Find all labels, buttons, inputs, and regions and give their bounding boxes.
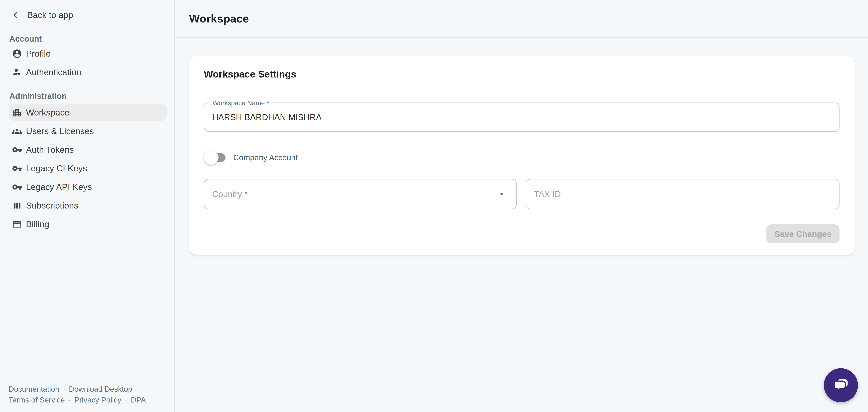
sidebar-item-label: Auth Tokens [26, 145, 74, 155]
card-title: Workspace Settings [204, 68, 839, 80]
workspace-settings-card: Workspace Settings Workspace Name * Comp… [189, 56, 855, 255]
key-icon [12, 182, 22, 192]
chat-bubbles-icon [831, 375, 851, 395]
sidebar-item-subscriptions[interactable]: Subscriptions [9, 198, 166, 214]
sidebar-item-users-licenses[interactable]: Users & Licenses [9, 123, 166, 139]
chevron-left-icon [11, 11, 20, 20]
authentication-icon [12, 67, 22, 77]
page-header: Workspace [176, 0, 868, 38]
company-account-row: Company Account [204, 150, 839, 165]
sidebar-item-label: Profile [26, 49, 51, 59]
footer-link-download-desktop[interactable]: Download Desktop [69, 384, 132, 394]
settings-sidebar: Back to app Account Profile Authenticati… [0, 0, 175, 412]
company-account-toggle[interactable] [204, 150, 227, 165]
back-to-app-button[interactable]: Back to app [11, 10, 73, 20]
sidebar-item-label: Authentication [26, 67, 81, 77]
save-changes-button[interactable]: Save Changes [766, 225, 839, 243]
workspace-building-icon [12, 108, 22, 118]
country-select[interactable]: Country * [204, 179, 517, 209]
country-tax-row: Country * [204, 179, 839, 209]
sidebar-footer: Documentation · Download Desktop Terms o… [8, 384, 146, 405]
sidebar-item-profile[interactable]: Profile [9, 46, 166, 62]
workspace-name-input[interactable] [205, 103, 839, 131]
profile-icon [12, 49, 22, 59]
workspace-name-label: Workspace Name * [210, 99, 272, 107]
chat-launcher-button[interactable] [824, 368, 858, 402]
footer-link-terms-of-service[interactable]: Terms of Service [8, 394, 65, 405]
footer-link-privacy-policy[interactable]: Privacy Policy [74, 394, 121, 405]
country-select-label: Country * [212, 189, 248, 199]
back-to-app-label: Back to app [27, 10, 73, 20]
sidebar-item-label: Workspace [26, 108, 69, 118]
footer-separator: · [63, 384, 65, 394]
page-title: Workspace [189, 12, 249, 25]
chevron-down-icon [497, 190, 506, 199]
footer-link-dpa[interactable]: DPA [131, 394, 146, 405]
save-row: Save Changes [204, 225, 839, 243]
toggle-thumb [204, 150, 219, 165]
sidebar-item-billing[interactable]: Billing [9, 216, 166, 232]
main-content: Workspace Workspace Settings Workspace N… [176, 0, 868, 412]
sidebar-item-label: Legacy CI Keys [26, 164, 87, 173]
credit-card-icon [12, 219, 22, 229]
key-icon [12, 145, 22, 155]
sidebar-item-auth-tokens[interactable]: Auth Tokens [9, 142, 166, 158]
sidebar-item-legacy-api-keys[interactable]: Legacy API Keys [9, 179, 166, 195]
administration-section-header: Administration [9, 91, 175, 101]
footer-separator: · [68, 394, 71, 405]
tax-id-field [526, 179, 839, 209]
tax-id-input[interactable] [526, 179, 839, 209]
company-account-label: Company Account [233, 153, 298, 162]
sidebar-item-label: Users & Licenses [26, 126, 94, 136]
sidebar-item-label: Billing [26, 219, 49, 229]
sidebar-item-label: Legacy API Keys [26, 182, 92, 192]
sidebar-item-legacy-ci-keys[interactable]: Legacy CI Keys [9, 160, 166, 177]
footer-separator: · [125, 394, 127, 405]
workspace-name-field: Workspace Name * [204, 102, 839, 132]
subscriptions-bars-icon [12, 201, 22, 211]
users-group-icon [12, 126, 22, 136]
footer-link-documentation[interactable]: Documentation [8, 384, 59, 394]
key-icon [12, 164, 22, 173]
account-section-header: Account [9, 34, 175, 44]
sidebar-item-label: Subscriptions [26, 201, 78, 211]
sidebar-item-authentication[interactable]: Authentication [9, 64, 166, 81]
sidebar-item-workspace[interactable]: Workspace [9, 105, 166, 121]
account-nav: Profile Authentication [9, 46, 166, 81]
administration-nav: Workspace Users & Licenses Auth Tokens L… [9, 105, 166, 232]
